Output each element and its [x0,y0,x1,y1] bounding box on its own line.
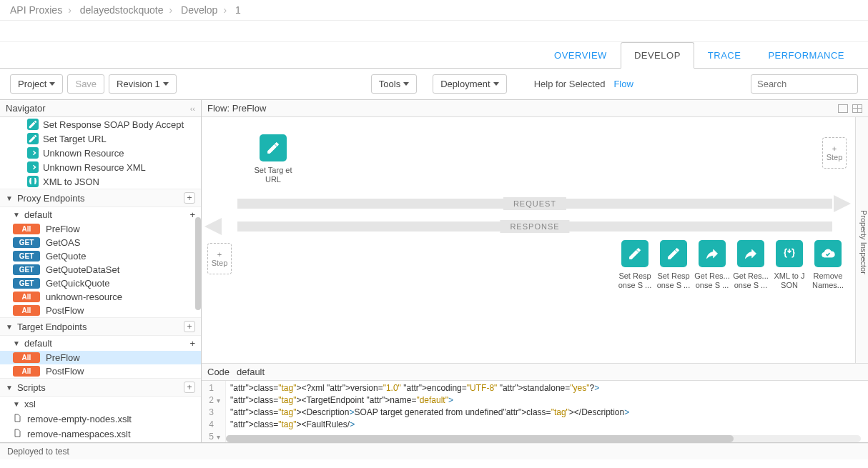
flow-step[interactable]: Set Targ et URL [252,134,295,184]
add-icon[interactable]: + [184,382,195,393]
policy-label: Set Response SOAP Body Accept [43,119,184,130]
expand-icon[interactable] [852,104,862,113]
breadcrumb-item[interactable]: Develop [181,4,217,16]
toolbar: Project Save Revision 1 Tools Deployment… [0,69,868,100]
help-link[interactable]: Flow [613,79,633,89]
flow-step[interactable]: Set Resp onse S ... [613,240,656,290]
method-badge: All [13,352,40,363]
tab-performance[interactable]: PERFORMANCE [754,42,858,68]
flow-canvas[interactable]: Set Targ et URL +Step REQUEST RESPONSE +… [202,117,868,363]
code-editor[interactable]: 1 2▾3 4 5▾ "attr">class="tag"><?xml "att… [202,381,868,442]
gutter: 1 2▾3 4 5▾ [202,381,226,442]
endpoint-label: PreFlow [46,352,80,363]
collapse-icon[interactable]: ‹‹ [190,104,195,113]
policy-item[interactable]: Set Response SOAP Body Accept [0,117,201,131]
policy-item[interactable]: Set Target URL [0,131,201,146]
navigator-body[interactable]: Set Response SOAP Body Accept Set Target… [0,117,201,442]
endpoint-item[interactable]: AllPostFlow [0,364,201,378]
share-icon [699,240,726,267]
target-default[interactable]: ▼default+ [0,336,201,351]
tab-develop[interactable]: DEVELOP [621,42,694,69]
method-badge: All [13,292,40,302]
endpoint-item[interactable]: GETGetQuickQuote [0,277,201,290]
endpoint-item[interactable]: AllPostFlow [0,304,201,317]
chevron-right-icon: › [169,4,172,16]
scrollbar-thumb[interactable] [226,435,734,442]
proxy-default[interactable]: ▼default+ [0,207,201,222]
proxy-endpoints-header[interactable]: ▼Proxy Endpoints+ [0,189,201,207]
add-step-button[interactable]: +Step [822,137,847,169]
flow-step[interactable]: Set Resp onse S ... [652,240,695,290]
endpoint-name: default [24,338,52,349]
chevron-right-icon: › [223,4,227,16]
horizontal-scrollbar[interactable] [226,435,861,442]
project-button[interactable]: Project [10,74,63,94]
scripts-header[interactable]: ▼Scripts+ [0,378,201,397]
step-label: Set Resp onse S ... [652,272,695,290]
endpoint-item[interactable]: GETGetOAS [0,236,201,249]
endpoint-label: unknown-resource [46,292,122,302]
target-endpoints-header[interactable]: ▼Target Endpoints+ [0,317,201,336]
policy-label: Unknown Resource [43,148,124,159]
endpoint-item[interactable]: Allunknown-resource [0,290,201,304]
search-input[interactable] [751,74,858,94]
status-bar: Deployed to test [0,443,868,459]
arrow-icon [27,147,39,159]
flow-step[interactable]: Get Res... onse S ... [691,240,734,290]
flow-step[interactable]: XML to J SON [768,240,811,290]
triangle-down-icon: ▼ [13,339,20,347]
property-inspector[interactable]: Property Inspector [855,117,868,363]
add-step-button[interactable]: +Step [207,243,232,274]
tab-overview[interactable]: OVERVIEW [541,42,621,68]
pencil-icon [27,119,39,130]
caret-down-icon [403,82,409,86]
deployment-button[interactable]: Deployment [433,74,506,94]
tools-button[interactable]: Tools [371,74,417,94]
method-badge: All [13,224,40,234]
endpoint-label: GetQuoteDataSet [46,264,119,275]
response-bar: RESPONSE [237,221,832,231]
breadcrumb-item: 1 [235,4,241,16]
save-button[interactable]: Save [67,74,104,94]
tab-trace[interactable]: TRACE [694,42,755,68]
script-item[interactable]: remove-namespaces.xslt [0,427,201,442]
triangle-down-icon: ▼ [13,400,20,408]
add-icon[interactable]: + [184,192,195,204]
section-title: Proxy Endpoints [17,193,85,204]
arrow-icon [27,161,39,173]
add-icon[interactable]: + [184,321,195,332]
add-icon[interactable]: + [189,209,195,220]
tab-bar: OVERVIEW DEVELOP TRACE PERFORMANCE [0,42,868,69]
breadcrumb: API Proxies› delayedstockquote› Develop›… [0,0,868,21]
script-item[interactable]: remove-empty-nodes.xslt [0,412,201,427]
endpoint-item[interactable]: AllPreFlow [0,222,201,236]
scrollbar[interactable] [195,217,201,310]
endpoint-item[interactable]: AllPreFlow [0,351,201,364]
endpoint-item[interactable]: GETGetQuoteDataSet [0,263,201,277]
policy-item[interactable]: Unknown Resource [0,146,201,160]
flow-step[interactable]: Remove Names... [807,240,849,290]
revision-button[interactable]: Revision 1 [109,74,177,94]
flow-step[interactable]: Get Res... onse S ... [729,240,772,290]
breadcrumb-item[interactable]: delayedstockquote [80,4,164,16]
scripts-xsl[interactable]: ▼xsl [0,397,201,412]
endpoint-item[interactable]: GETGetQuote [0,249,201,263]
pencil-icon [27,133,39,144]
policy-item[interactable]: XML to JSON [0,174,201,189]
add-icon[interactable]: + [189,338,195,349]
method-badge: GET [13,251,40,262]
braces-icon [776,240,803,267]
layout-icon[interactable] [838,104,848,113]
policy-label: Set Target URL [43,134,107,144]
breadcrumb-item[interactable]: API Proxies [10,4,62,16]
endpoint-label: GetQuickQuote [46,278,110,289]
code-lines[interactable]: "attr">class="tag"><?xml "attr">version=… [226,381,868,442]
navigator-header: Navigator ‹‹ [0,100,201,117]
flow-header: Flow: PreFlow [202,100,868,117]
policy-item[interactable]: Unknown Resource XML [0,160,201,174]
endpoint-label: PostFlow [46,305,84,316]
code-title: Code [207,367,230,377]
triangle-down-icon: ▼ [6,194,13,202]
triangle-down-icon: ▼ [6,384,13,392]
arrow-left-icon [204,218,222,235]
